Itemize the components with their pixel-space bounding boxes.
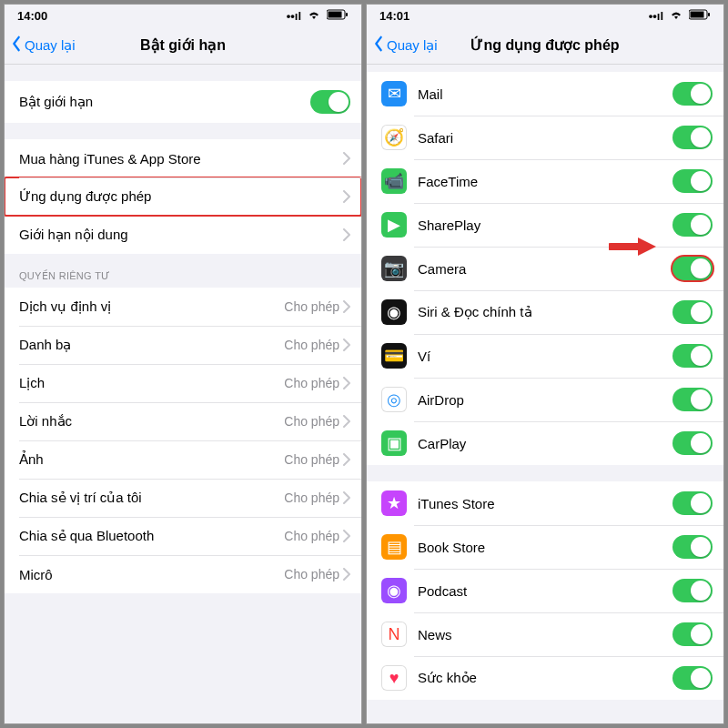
row-app[interactable]: ▤Book Store (367, 525, 723, 569)
row-app[interactable]: ◎AirDrop (367, 378, 723, 421)
content: ✉Mail🧭Safari📹FaceTime▶SharePlay📷Camera◉S… (367, 65, 723, 723)
toggle-app[interactable] (672, 82, 713, 106)
row-app[interactable]: ♥Sức khỏe (367, 656, 723, 700)
row-label: Book Store (418, 540, 672, 555)
airdrop-icon: ◎ (381, 387, 407, 412)
chevron-right-icon (343, 190, 350, 203)
row-nav[interactable]: Giới hạn nội dung (5, 216, 361, 254)
podcast-icon: ◉ (381, 578, 407, 603)
row-app[interactable]: NNews (367, 612, 723, 656)
toggle-app[interactable] (672, 126, 713, 149)
shareplay-icon: ▶ (381, 212, 407, 238)
nav-bar: Quay lại Ứng dụng được phép (367, 26, 723, 65)
news-icon: N (381, 622, 407, 647)
toggle-app[interactable] (672, 622, 713, 646)
toggle-app[interactable] (672, 666, 713, 690)
row-label: Sức khỏe (418, 670, 672, 686)
wallet-icon: 💳 (381, 343, 407, 369)
toggle-app[interactable] (672, 213, 713, 237)
mail-icon: ✉ (381, 81, 407, 106)
row-app[interactable]: ▶SharePlay (367, 203, 723, 247)
row-detail: Cho phép (284, 338, 339, 352)
toggle-app[interactable] (672, 491, 713, 515)
itunes-icon: ★ (381, 490, 407, 516)
row-app[interactable]: ▣CarPlay (367, 421, 723, 465)
row-privacy[interactable]: ẢnhCho phép (5, 440, 361, 479)
back-button[interactable]: Quay lại (372, 35, 438, 55)
chevron-right-icon (343, 491, 350, 504)
svg-rect-4 (691, 11, 704, 17)
signal-icon: ••ıl (649, 9, 663, 23)
chevron-right-icon (343, 339, 350, 351)
group-apps-2: ★iTunes Store▤Book Store◉PodcastNNews♥Sứ… (367, 481, 723, 700)
row-label: SharePlay (418, 217, 672, 233)
row-privacy[interactable]: MicrôCho phép (5, 555, 361, 593)
row-app[interactable]: 📹FaceTime (367, 159, 723, 203)
row-app[interactable]: 📷Camera (367, 247, 723, 290)
row-detail: Cho phép (284, 490, 339, 505)
row-app[interactable]: 🧭Safari (367, 116, 723, 159)
row-privacy[interactable]: Danh bạCho phép (5, 326, 361, 364)
row-label: Lịch (19, 375, 284, 391)
row-privacy[interactable]: Dịch vụ định vịCho phép (5, 288, 361, 326)
toggle-app[interactable] (672, 300, 713, 324)
row-app[interactable]: ✉Mail (367, 72, 723, 116)
row-detail: Cho phép (284, 567, 339, 581)
content: Bật giới hạn Mua hàng iTunes & App Store… (5, 65, 361, 723)
group-header-privacy: QUYỀN RIÊNG TƯ (5, 270, 361, 288)
row-nav[interactable]: Ứng dụng được phép (5, 177, 361, 216)
toggle-enable[interactable] (310, 90, 350, 114)
toggle-app[interactable] (672, 388, 713, 411)
row-detail: Cho phép (284, 529, 339, 543)
status-time: 14:01 (379, 9, 410, 23)
row-detail: Cho phép (284, 376, 339, 390)
status-time: 14:00 (17, 9, 47, 23)
toggle-app[interactable] (672, 535, 713, 559)
row-privacy[interactable]: Chia sẻ vị trí của tôiCho phép (5, 479, 361, 517)
row-enable-restrictions[interactable]: Bật giới hạn (5, 81, 361, 123)
carplay-icon: ▣ (381, 430, 407, 456)
group-privacy: QUYỀN RIÊNG TƯ Dịch vụ định vịCho phépDa… (5, 270, 361, 593)
toggle-app[interactable] (672, 257, 713, 280)
phone-right: 14:01 ••ıl Quay lại Ứng dụng được phép ✉… (366, 4, 724, 724)
row-privacy[interactable]: LịchCho phép (5, 364, 361, 402)
row-privacy[interactable]: Lời nhắcCho phép (5, 402, 361, 440)
row-detail: Cho phép (284, 452, 339, 467)
back-button[interactable]: Quay lại (10, 35, 76, 55)
row-app[interactable]: ★iTunes Store (367, 481, 723, 525)
group-enable: Bật giới hạn (5, 81, 361, 123)
status-bar: 14:01 ••ıl (367, 5, 723, 26)
row-label: Danh bạ (19, 337, 284, 353)
toggle-app[interactable] (672, 431, 713, 455)
signal-icon: ••ıl (287, 9, 301, 23)
row-app[interactable]: ◉Siri & Đọc chính tả (367, 290, 723, 334)
toggle-app[interactable] (672, 169, 713, 193)
toggle-app[interactable] (672, 579, 713, 602)
safari-icon: 🧭 (381, 125, 407, 150)
chevron-right-icon (343, 568, 350, 581)
group-apps-1: ✉Mail🧭Safari📹FaceTime▶SharePlay📷Camera◉S… (367, 72, 723, 465)
row-label: News (418, 627, 672, 642)
status-bar: 14:00 ••ıl (5, 5, 361, 26)
camera-icon: 📷 (381, 256, 407, 281)
toggle-app[interactable] (672, 344, 713, 368)
row-privacy[interactable]: Chia sẻ qua BluetoothCho phép (5, 517, 361, 555)
status-indicators: ••ıl (287, 9, 349, 23)
row-label: Mua hàng iTunes & App Store (19, 151, 343, 167)
siri-icon: ◉ (381, 299, 407, 325)
row-label: Chia sẻ qua Bluetooth (19, 528, 284, 544)
health-icon: ♥ (381, 665, 407, 691)
row-app[interactable]: 💳Ví (367, 334, 723, 378)
row-label: AirDrop (418, 392, 672, 408)
chevron-left-icon (10, 35, 23, 55)
row-label: Ứng dụng được phép (19, 188, 343, 205)
row-label: iTunes Store (418, 496, 672, 511)
row-app[interactable]: ◉Podcast (367, 569, 723, 612)
row-label: Mail (418, 86, 672, 102)
facetime-icon: 📹 (381, 168, 407, 194)
row-label: Chia sẻ vị trí của tôi (19, 490, 284, 506)
row-label: Ảnh (19, 451, 284, 468)
row-detail: Cho phép (284, 414, 339, 429)
svg-rect-1 (329, 11, 342, 17)
row-nav[interactable]: Mua hàng iTunes & App Store (5, 139, 361, 177)
